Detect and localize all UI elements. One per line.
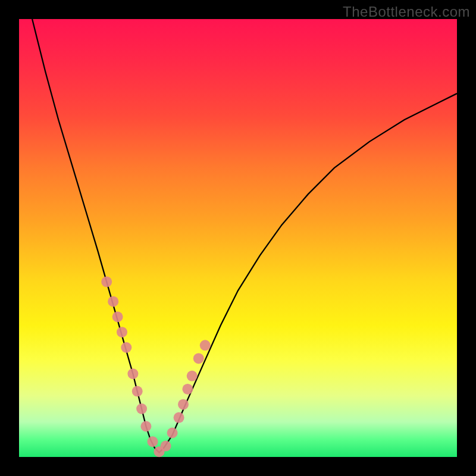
highlight-dot — [148, 436, 158, 447]
highlight-dot — [193, 353, 204, 364]
highlight-dot — [182, 384, 193, 394]
highlight-dot — [132, 386, 143, 397]
highlight-dot — [167, 428, 178, 439]
highlight-dot — [108, 296, 118, 307]
plot-area — [19, 19, 457, 457]
highlight-dot — [101, 277, 112, 287]
highlight-dots — [101, 277, 211, 458]
highlight-dot — [200, 340, 211, 350]
highlight-dot — [161, 441, 171, 452]
highlight-dot — [178, 399, 189, 410]
highlight-dot — [174, 412, 184, 423]
highlight-dot — [187, 371, 198, 381]
highlight-dot — [127, 368, 138, 379]
highlight-dot — [117, 327, 127, 337]
outer-frame: TheBottleneck.com — [0, 0, 476, 476]
bottleneck-curve — [32, 19, 457, 453]
highlight-dot — [112, 312, 123, 322]
highlight-dot — [121, 342, 131, 353]
watermark-text: TheBottleneck.com — [343, 4, 470, 20]
highlight-dot — [136, 403, 147, 414]
chart-svg — [19, 19, 457, 457]
highlight-dot — [140, 421, 151, 432]
